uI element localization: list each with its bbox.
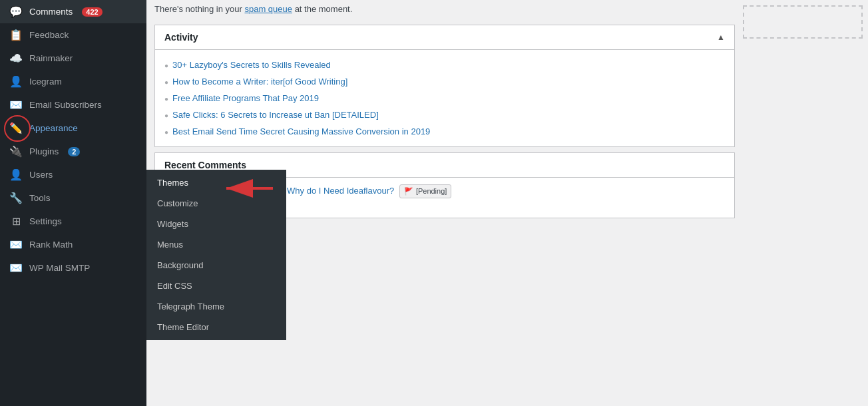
sidebar-item-label: Feedback	[29, 30, 69, 40]
sidebar-item-label: Comments	[29, 7, 73, 17]
right-dashed-panel	[743, 5, 863, 39]
feedback-icon: 📋	[9, 29, 23, 41]
dropdown-item-menus[interactable]: Menus	[146, 234, 286, 255]
sidebar-item-label: Appearance	[29, 123, 78, 133]
sidebar-item-label: Rank Math	[29, 240, 73, 250]
sidebar-item-appearance[interactable]: ✏️ Appearance	[0, 116, 146, 140]
sidebar-item-wp-mail-smtp[interactable]: ✉️ WP Mail SMTP	[0, 256, 146, 280]
dropdown-item-customize[interactable]: Customize	[146, 193, 286, 214]
comments-icon: 💬	[9, 5, 23, 18]
dropdown-item-edit-css[interactable]: Edit CSS	[146, 276, 286, 296]
dropdown-item-background[interactable]: Background	[146, 255, 286, 276]
activity-panel-header: Activity ▲	[155, 25, 734, 50]
sidebar-item-users[interactable]: 👤 Users	[0, 163, 146, 186]
sidebar-item-label: Plugins	[29, 146, 59, 156]
pending-badge: 🚩 [Pending]	[399, 184, 451, 198]
appearance-dropdown: Themes Customize Widgets Menus Backgroun…	[146, 170, 286, 340]
dropdown-item-theme-editor[interactable]: Theme Editor	[146, 317, 286, 337]
list-item: ● Safe Clicks: 6 Secrets to Increase ut …	[164, 106, 725, 123]
activity-link[interactable]: Safe Clicks: 6 Secrets to Increase ut Ba…	[172, 110, 379, 120]
spam-queue-text: There's nothing in your spam queue at th…	[146, 0, 743, 19]
dropdown-item-widgets[interactable]: Widgets	[146, 214, 286, 234]
sidebar-item-rainmaker[interactable]: ☁️ Rainmaker	[0, 47, 146, 70]
list-item: ● Best Email Send Time Secret Causing Ma…	[164, 123, 725, 140]
sidebar-item-tools[interactable]: 🔧 Tools	[0, 186, 146, 210]
sidebar-item-label: Users	[29, 170, 53, 180]
flag-icon: 🚩	[404, 186, 413, 197]
sidebar-item-label: Settings	[29, 216, 62, 226]
sidebar-item-rank-math[interactable]: ✉️ Rank Math	[0, 233, 146, 256]
sidebar-item-icegram[interactable]: 👤 Icegram	[0, 70, 146, 93]
dropdown-item-telegraph-theme[interactable]: Telegraph Theme	[146, 296, 286, 317]
sidebar-item-feedback[interactable]: 📋 Feedback	[0, 23, 146, 47]
users-icon: 👤	[9, 168, 23, 181]
plugins-badge: 2	[68, 147, 80, 156]
comment-post-link[interactable]: Why do I Need Ideaflavour?	[287, 186, 394, 196]
comments-badge: 422	[82, 7, 102, 17]
sidebar-item-settings[interactable]: ⊞ Settings	[0, 210, 146, 233]
email-subscribers-icon: ✉️	[9, 99, 23, 111]
pending-label: [Pending]	[416, 186, 447, 197]
sidebar-item-label: Email Subscribers	[29, 100, 102, 110]
sidebar-item-label: Tools	[29, 193, 51, 203]
sidebar-item-plugins[interactable]: 🔌 Plugins 2	[0, 140, 146, 163]
spam-queue-link[interactable]: spam queue	[244, 4, 292, 14]
sidebar-item-label: Rainmaker	[29, 53, 73, 63]
rainmaker-icon: ☁️	[9, 52, 23, 65]
list-item: ● Free Affiliate Programs That Pay 2019	[164, 90, 725, 106]
tools-icon: 🔧	[9, 192, 23, 204]
rank-math-icon: ✉️	[9, 238, 23, 251]
activity-dot: ●	[164, 62, 168, 69]
activity-list: ● 30+ Lazyboy's Secrets to Skills Reveal…	[155, 57, 734, 140]
list-item: ● How to Become a Writer: iter[of Good W…	[164, 73, 725, 90]
activity-dot: ●	[164, 128, 168, 136]
activity-link[interactable]: How to Become a Writer: iter[of Good Wri…	[172, 77, 347, 87]
settings-icon: ⊞	[9, 215, 23, 228]
plugins-icon: 🔌	[9, 145, 23, 158]
activity-dot: ●	[164, 95, 168, 102]
activity-panel: Activity ▲ ● 30+ Lazyboy's Secrets to Sk…	[154, 25, 735, 147]
activity-dot: ●	[164, 79, 168, 86]
activity-panel-body: ● 30+ Lazyboy's Secrets to Skills Reveal…	[155, 50, 734, 146]
activity-title: Activity	[164, 32, 198, 43]
activity-link[interactable]: Best Email Send Time Secret Causing Mass…	[172, 126, 430, 136]
sidebar: 💬 Comments 422 📋 Feedback ☁️ Rainmaker 👤…	[0, 0, 146, 406]
sidebar-item-label: WP Mail SMTP	[29, 263, 90, 273]
sidebar-item-email-subscribers[interactable]: ✉️ Email Subscribers	[0, 93, 146, 116]
activity-dot: ●	[164, 112, 168, 119]
activity-link[interactable]: 30+ Lazyboy's Secrets to Skills Revealed	[172, 60, 331, 70]
activity-link[interactable]: Free Affiliate Programs That Pay 2019	[172, 93, 319, 103]
wp-mail-smtp-icon: ✉️	[9, 262, 23, 274]
appearance-icon: ✏️	[9, 122, 23, 134]
sidebar-item-comments[interactable]: 💬 Comments 422	[0, 0, 146, 23]
dropdown-item-themes[interactable]: Themes	[146, 172, 286, 193]
list-item: ● 30+ Lazyboy's Secrets to Skills Reveal…	[164, 57, 725, 73]
sidebar-item-label: Icegram	[29, 77, 62, 87]
icegram-icon: 👤	[9, 75, 23, 88]
activity-toggle[interactable]: ▲	[717, 33, 725, 42]
